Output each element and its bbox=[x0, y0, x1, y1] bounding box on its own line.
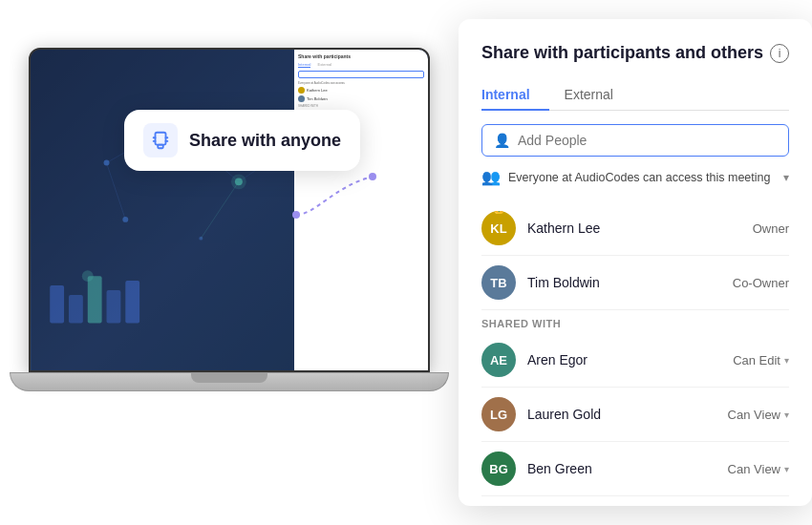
access-chevron-icon[interactable]: ▾ bbox=[783, 171, 789, 184]
person-name: Kathern Lee bbox=[527, 220, 741, 236]
avatar: TB bbox=[481, 265, 516, 300]
share-tooltip-text: Share with anyone bbox=[189, 131, 341, 151]
svg-point-22 bbox=[369, 173, 376, 180]
table-row: JI Jennifer Ivonne Can View ▾ bbox=[481, 496, 789, 506]
panel-header: Share with participants and others i bbox=[481, 42, 789, 64]
svg-rect-15 bbox=[107, 290, 121, 324]
table-row: LG Lauren Gold Can View ▾ bbox=[481, 388, 789, 442]
person-name: Aren Egor bbox=[527, 352, 721, 368]
person-search-icon: 👤 bbox=[494, 133, 510, 148]
access-notice: 👥 Everyone at AudioCodes can access this… bbox=[481, 168, 789, 186]
dashed-arrow bbox=[287, 167, 382, 224]
shared-with-label: SHARED WITH bbox=[481, 310, 789, 333]
search-row: 👤 bbox=[481, 124, 789, 157]
share-icon bbox=[150, 130, 171, 151]
avatar: KL bbox=[481, 211, 516, 245]
tabs-row: Internal External bbox=[481, 79, 789, 111]
svg-rect-20 bbox=[158, 145, 163, 149]
person-role: Owner bbox=[753, 221, 789, 236]
avatar: LG bbox=[481, 397, 516, 431]
person-role[interactable]: Can Edit ▾ bbox=[733, 353, 789, 368]
tab-external[interactable]: External bbox=[565, 79, 632, 110]
svg-point-21 bbox=[292, 211, 300, 219]
table-row: TB Tim Boldwin Co-Owner bbox=[481, 256, 789, 310]
svg-point-17 bbox=[82, 270, 94, 282]
svg-rect-14 bbox=[88, 276, 102, 323]
laptop-base bbox=[10, 372, 449, 391]
avatar: AE bbox=[481, 343, 516, 377]
person-name: Tim Boldwin bbox=[527, 275, 721, 290]
svg-rect-12 bbox=[50, 285, 64, 324]
group-icon: 👥 bbox=[481, 168, 501, 186]
people-list: KL Kathern Lee Owner TB Tim Boldwin Co-O… bbox=[481, 201, 789, 506]
share-icon-container bbox=[143, 123, 178, 158]
svg-rect-13 bbox=[69, 295, 83, 324]
person-role[interactable]: Can View ▾ bbox=[728, 408, 789, 422]
person-role: Co-Owner bbox=[733, 276, 789, 290]
svg-point-18 bbox=[231, 174, 246, 189]
share-panel: Share with participants and others i Int… bbox=[459, 19, 812, 506]
table-row: AE Aren Egor Can Edit ▾ bbox=[481, 333, 789, 388]
tab-internal[interactable]: Internal bbox=[481, 79, 549, 110]
table-row: KL Kathern Lee Owner bbox=[481, 201, 789, 256]
panel-title: Share with participants and others bbox=[481, 42, 763, 64]
avatar: BG bbox=[481, 452, 516, 486]
laptop-illustration: Share with participants Internal Externa… bbox=[0, 29, 459, 506]
person-name: Ben Green bbox=[527, 461, 716, 476]
table-row: BG Ben Green Can View ▾ bbox=[481, 442, 789, 496]
role-chevron-icon: ▾ bbox=[784, 355, 789, 366]
info-icon[interactable]: i bbox=[770, 44, 789, 63]
role-chevron-icon: ▾ bbox=[784, 464, 789, 474]
laptop-notch bbox=[191, 373, 267, 383]
person-name: Lauren Gold bbox=[527, 407, 716, 422]
svg-rect-16 bbox=[125, 281, 139, 323]
add-people-input[interactable] bbox=[518, 133, 777, 148]
role-chevron-icon: ▾ bbox=[784, 410, 789, 420]
person-role[interactable]: Can View ▾ bbox=[728, 462, 789, 476]
svg-rect-19 bbox=[156, 133, 166, 145]
share-tooltip: Share with anyone bbox=[124, 110, 360, 171]
